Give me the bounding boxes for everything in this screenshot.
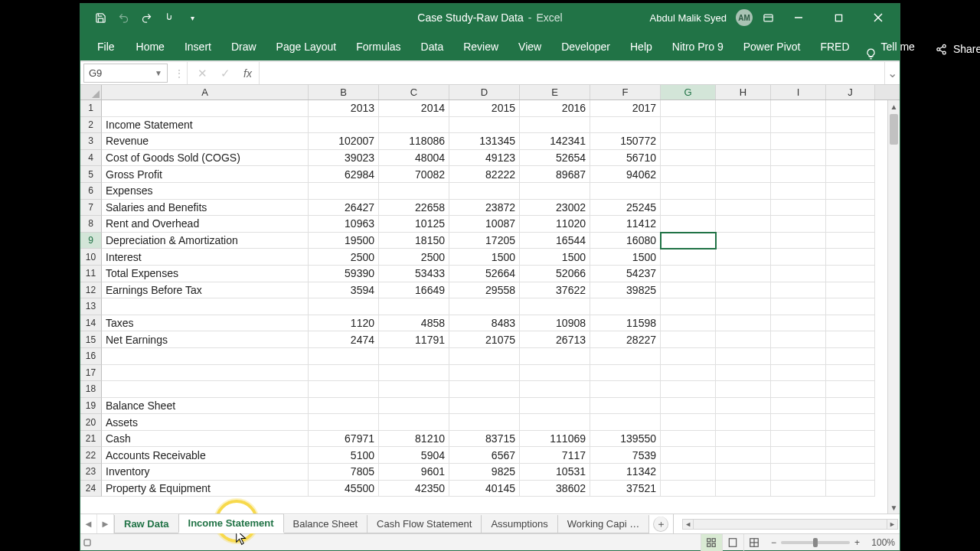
cell[interactable] [826, 331, 875, 348]
cell[interactable] [716, 200, 771, 217]
cell[interactable]: 11020 [520, 216, 590, 233]
row-header[interactable]: 12 [80, 282, 102, 299]
column-header[interactable]: C [379, 85, 449, 99]
tab-nitro[interactable]: Nitro Pro 9 [663, 34, 733, 60]
cell[interactable]: 52664 [449, 266, 520, 282]
column-header[interactable]: B [309, 85, 379, 99]
sheet-tab[interactable]: Assumptions [481, 515, 557, 533]
sheet-tab[interactable]: Cash Flow Statement [367, 515, 482, 533]
sheet-tab[interactable]: Income Statement [178, 514, 284, 533]
cell[interactable]: 94062 [590, 166, 661, 183]
cell[interactable] [379, 398, 449, 415]
redo-icon[interactable] [140, 11, 152, 24]
normal-view-button[interactable] [701, 534, 722, 551]
hscroll-right-icon[interactable]: ► [887, 520, 897, 529]
cell[interactable] [771, 166, 826, 183]
fx-icon[interactable]: fx [237, 62, 260, 84]
cell[interactable] [771, 233, 826, 249]
cell[interactable] [449, 348, 520, 365]
cell[interactable] [379, 183, 449, 200]
cell[interactable]: 2500 [379, 249, 449, 266]
cell[interactable]: 18150 [379, 233, 449, 249]
cell[interactable]: 2016 [520, 100, 590, 117]
cell[interactable] [771, 431, 826, 448]
cell[interactable] [826, 481, 875, 497]
horizontal-scrollbar[interactable]: ◄ ► [682, 519, 898, 530]
tab-page-layout[interactable]: Page Layout [267, 34, 346, 60]
cell[interactable]: 17205 [449, 233, 520, 249]
cell[interactable]: Balance Sheet [102, 398, 309, 415]
cell[interactable]: 82222 [449, 166, 520, 183]
sheet-tab[interactable]: Balance Sheet [283, 515, 368, 533]
cell[interactable] [309, 398, 379, 415]
zoom-in-button[interactable]: + [854, 537, 860, 548]
cell[interactable]: 29558 [449, 282, 520, 299]
tab-formulas[interactable]: Formulas [347, 34, 410, 60]
cell[interactable] [661, 233, 716, 249]
name-box[interactable]: G9 ▼ [83, 64, 168, 83]
tab-insert[interactable]: Insert [175, 34, 220, 60]
cell[interactable]: 2474 [309, 331, 379, 348]
cell[interactable] [826, 183, 875, 200]
cell[interactable] [771, 331, 826, 348]
cell[interactable] [771, 481, 826, 497]
cell[interactable]: 10531 [520, 464, 590, 481]
cell[interactable] [716, 331, 771, 348]
tab-view[interactable]: View [509, 34, 550, 60]
cell[interactable]: 9601 [379, 464, 449, 481]
cell[interactable] [661, 166, 716, 183]
tab-file[interactable]: File [87, 34, 126, 60]
cell[interactable] [826, 166, 875, 183]
tab-home[interactable]: Home [127, 34, 174, 60]
cell[interactable] [661, 315, 716, 332]
cell[interactable]: Rent and Overhead [102, 216, 309, 233]
cell[interactable] [771, 133, 826, 150]
cell[interactable]: 11791 [379, 331, 449, 348]
cell[interactable]: 45500 [309, 481, 379, 497]
cell[interactable] [590, 414, 661, 431]
cell[interactable]: 54237 [590, 266, 661, 282]
cell[interactable] [771, 150, 826, 167]
cell[interactable]: 52066 [520, 266, 590, 282]
cell[interactable]: 37521 [590, 481, 661, 497]
cell[interactable]: 28227 [590, 331, 661, 348]
column-header[interactable]: E [520, 85, 590, 99]
cell[interactable] [716, 414, 771, 431]
cell[interactable]: 26427 [309, 200, 379, 217]
cell[interactable]: Assets [102, 414, 309, 431]
cell[interactable] [771, 298, 826, 315]
cell[interactable] [309, 298, 379, 315]
zoom-out-button[interactable]: − [771, 537, 776, 548]
row-header[interactable]: 14 [80, 315, 102, 332]
cell[interactable] [661, 249, 716, 266]
cell[interactable]: 11412 [590, 216, 661, 233]
cell[interactable] [661, 216, 716, 233]
cell[interactable]: 4858 [379, 315, 449, 332]
ribbon-mode-icon[interactable] [762, 11, 774, 24]
cell[interactable]: 5100 [309, 447, 379, 464]
column-header[interactable]: J [826, 85, 875, 99]
cell[interactable] [661, 133, 716, 150]
cell[interactable] [771, 365, 826, 382]
cell[interactable]: 2013 [309, 100, 379, 117]
cell[interactable] [716, 315, 771, 332]
row-header[interactable]: 1 [80, 100, 102, 117]
cell[interactable] [520, 365, 590, 382]
cell[interactable]: 3594 [309, 282, 379, 299]
column-header[interactable]: F [590, 85, 661, 99]
cell[interactable] [379, 381, 449, 398]
cell[interactable] [661, 398, 716, 415]
minimize-button[interactable] [783, 4, 814, 31]
page-layout-view-button[interactable] [722, 534, 743, 551]
cell[interactable] [520, 414, 590, 431]
cell[interactable]: 22658 [379, 200, 449, 217]
cell[interactable]: 1500 [520, 249, 590, 266]
cell[interactable]: 142341 [520, 133, 590, 150]
cell[interactable]: 39825 [590, 282, 661, 299]
cell[interactable] [661, 447, 716, 464]
cell[interactable] [661, 117, 716, 134]
new-sheet-button[interactable]: ＋ [653, 517, 668, 532]
cell[interactable] [661, 481, 716, 497]
cell[interactable] [771, 398, 826, 415]
cell[interactable]: 23872 [449, 200, 520, 217]
